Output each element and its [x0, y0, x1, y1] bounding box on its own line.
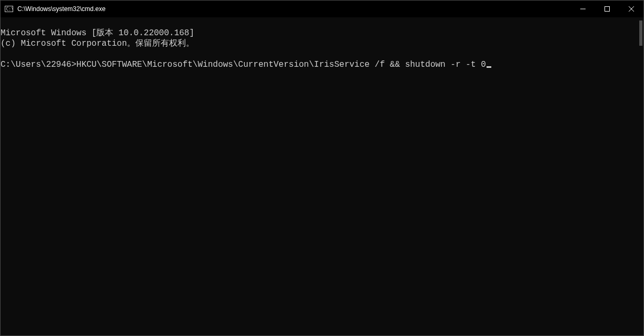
cmd-icon: C:\ [5, 5, 13, 13]
maximize-icon [605, 6, 610, 12]
close-icon [629, 6, 634, 12]
svg-rect-2 [605, 7, 610, 12]
svg-text:C:\: C:\ [6, 7, 14, 12]
scrollbar-thumb[interactable] [639, 21, 642, 46]
minimize-button[interactable] [571, 1, 595, 17]
window-title: C:\Windows\system32\cmd.exe [17, 5, 105, 13]
maximize-button[interactable] [595, 1, 619, 17]
titlebar-left: C:\ C:\Windows\system32\cmd.exe [1, 5, 105, 13]
terminal-cursor [487, 66, 491, 68]
terminal-command: HKCU\SOFTWARE\Microsoft\Windows\CurrentV… [76, 60, 486, 69]
window-controls [571, 1, 643, 17]
minimize-icon [580, 6, 586, 12]
terminal-line: Microsoft Windows [版本 10.0.22000.168] [1, 28, 194, 38]
scrollbar-track[interactable] [639, 21, 642, 332]
terminal-prompt: C:\Users\22946> [1, 60, 76, 69]
titlebar[interactable]: C:\ C:\Windows\system32\cmd.exe [1, 1, 643, 17]
terminal-prompt-line: C:\Users\22946>HKCU\SOFTWARE\Microsoft\W… [1, 60, 491, 69]
close-button[interactable] [619, 1, 643, 17]
terminal-line: (c) Microsoft Corporation。保留所有权利。 [1, 39, 194, 48]
window: C:\ C:\Windows\system32\cmd.exe [0, 0, 644, 336]
terminal[interactable]: Microsoft Windows [版本 10.0.22000.168] (c… [1, 17, 643, 335]
